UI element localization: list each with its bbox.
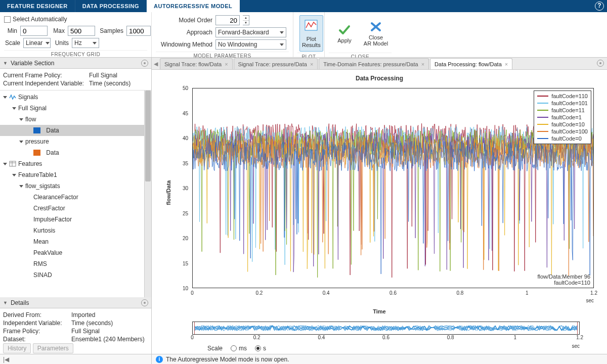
tree-node-flow-data[interactable]: Data — [0, 125, 144, 136]
details-panel: Derived From:Imported Independent Variab… — [0, 308, 151, 354]
tree-node-stat[interactable]: ClearanceFactor — [0, 192, 144, 203]
info-icon: i — [156, 356, 163, 363]
ribbon: Select Automatically Min Max Samples Sca… — [0, 12, 607, 58]
close-icon[interactable]: × — [310, 61, 313, 67]
plot-results-label: Plot Results — [302, 36, 321, 48]
frame-policy-value: Full Signal — [89, 72, 117, 79]
close-icon[interactable]: × — [505, 61, 508, 67]
units-select[interactable]: Hz — [72, 38, 99, 48]
panner-handle-right[interactable] — [577, 322, 580, 335]
details-title: Details — [11, 299, 29, 306]
chevron-down-icon — [46, 42, 50, 44]
plot-ylabel: flow/Data — [165, 180, 171, 205]
tab-autoregressive-model[interactable]: AUTOREGRESSIVE MODEL — [147, 0, 240, 12]
status-text: The Autoregressive Model mode is now ope… — [166, 356, 289, 363]
panner-handle-left[interactable] — [192, 322, 195, 335]
units-label: Units — [54, 39, 69, 47]
panner-xunit: sec — [572, 343, 580, 349]
windowing-select[interactable]: No Windowing — [215, 39, 286, 50]
bottom-bar: |◀ i The Autoregressive Model mode is no… — [0, 354, 607, 364]
tree-node-stat[interactable]: PeakValue — [0, 247, 144, 258]
tree-node-stat[interactable]: Mean — [0, 236, 144, 247]
select-automatically-checkbox[interactable]: Select Automatically — [4, 16, 67, 23]
tree-node-stat[interactable]: CrestFactor — [0, 203, 144, 214]
tree-node-features[interactable]: Features — [0, 158, 144, 169]
expand-icon — [19, 185, 23, 188]
samples-input[interactable] — [126, 26, 151, 36]
close-ar-model-button[interactable]: Close AR Model — [362, 15, 389, 52]
plot-xlabel: Time — [162, 308, 597, 314]
collapse-left-icon: |◀ — [3, 356, 9, 363]
close-icon[interactable]: × — [421, 61, 424, 67]
svg-rect-0 — [305, 20, 317, 30]
tree-node-featuretable1[interactable]: FeatureTable1 — [0, 169, 144, 180]
tree-node-pressure-data[interactable]: Data — [0, 147, 144, 158]
help-icon[interactable]: ? — [595, 2, 604, 11]
frame-policy-key: Current Frame Policy: — [3, 72, 89, 79]
features-icon — [9, 161, 16, 167]
tree-node-stat[interactable]: RMS — [0, 258, 144, 269]
time-scale-row: Scale ms s — [162, 342, 597, 352]
max-input[interactable] — [68, 26, 95, 36]
plot-chart[interactable]: 101520253035404550 faultCode=110faultCod… — [175, 85, 597, 300]
min-label: Min — [4, 27, 17, 34]
plot-title: Data Processing — [162, 75, 597, 82]
tree-node-pressure[interactable]: pressure — [0, 136, 144, 147]
tree-node-flow-sigstats[interactable]: flow_sigstats — [0, 180, 144, 192]
close-icon[interactable]: × — [225, 61, 228, 67]
model-order-input[interactable] — [215, 15, 240, 25]
scale-s-radio[interactable]: s — [255, 345, 266, 352]
doc-tab-timedomain-pressure[interactable]: Time-Domain Features: pressure/Data× — [319, 58, 429, 69]
scale-select[interactable]: Linear — [23, 38, 51, 48]
close-ar-model-label: Close AR Model — [364, 34, 388, 47]
history-button[interactable]: History — [3, 343, 31, 353]
svg-rect-3 — [10, 161, 16, 166]
gear-icon[interactable] — [141, 299, 148, 306]
doc-tab-signal-pressure[interactable]: Signal Trace: pressure/Data× — [234, 58, 318, 69]
left-panel: ▼Variable Section Current Frame Policy:F… — [0, 58, 152, 354]
color-swatch-icon — [33, 127, 40, 133]
time-panner[interactable]: 00.20.40.60.811.2 sec — [192, 322, 580, 342]
scrollbar-thumb[interactable] — [145, 90, 151, 181]
variable-section-title: Variable Section — [11, 60, 55, 67]
gear-icon[interactable] — [597, 60, 604, 67]
gear-icon[interactable] — [141, 60, 148, 67]
variable-section-header[interactable]: ▼Variable Section — [0, 58, 151, 69]
close-icon — [369, 20, 383, 33]
apply-button[interactable]: Apply — [331, 15, 358, 52]
tree-node-full-signal[interactable]: Full Signal — [0, 103, 144, 114]
samples-label: Samples — [98, 27, 123, 34]
collapse-icon: ▼ — [3, 300, 8, 305]
indep-var-value: Time (seconds) — [89, 80, 131, 87]
approach-select[interactable]: Forward-Backward — [215, 27, 286, 37]
tab-feature-designer[interactable]: FEATURE DESIGNER — [0, 0, 75, 12]
chevron-down-icon — [280, 43, 284, 46]
tree-scrollbar[interactable] — [144, 90, 151, 297]
tab-data-processing[interactable]: DATA PROCESSING — [75, 0, 147, 12]
details-header[interactable]: ▼Details — [0, 297, 151, 308]
doc-tab-signal-flow[interactable]: Signal Trace: flow/Data× — [160, 58, 233, 69]
expand-icon — [3, 96, 7, 99]
minimize-left-panel[interactable]: |◀ — [0, 354, 152, 364]
tree-node-stat[interactable]: ImpulseFactor — [0, 214, 144, 225]
approach-label: Approach — [156, 29, 212, 36]
indep-var-key: Current Independent Variable: — [3, 80, 89, 87]
model-order-spinner[interactable]: ▲▼ — [243, 15, 249, 25]
scale-ms-radio[interactable]: ms — [231, 345, 247, 352]
doc-tab-dataprocessing-flow[interactable]: Data Processing: flow/Data× — [430, 58, 512, 69]
tree-node-stat[interactable]: Kurtosis — [0, 225, 144, 236]
tree-node-stat[interactable]: SINAD — [0, 269, 144, 281]
tree-node-signals[interactable]: Signals — [0, 92, 144, 103]
status-bar: i The Autoregressive Model mode is now o… — [152, 354, 607, 364]
tree-node-flow[interactable]: flow — [0, 114, 144, 125]
select-automatically-label: Select Automatically — [13, 16, 67, 23]
plot-results-button[interactable]: Plot Results — [299, 15, 323, 52]
plot-legend: faultCode=110faultCode=101faultCode=11fa… — [534, 90, 591, 144]
expand-icon — [19, 118, 23, 121]
parameters-button[interactable]: Parameters — [33, 343, 73, 353]
check-icon — [337, 23, 352, 36]
document-tabs: ◀ Signal Trace: flow/Data× Signal Trace:… — [152, 58, 607, 70]
expand-icon — [19, 141, 23, 143]
tabs-overflow-left-icon[interactable]: ◀ — [154, 61, 158, 67]
min-input[interactable] — [20, 26, 48, 36]
